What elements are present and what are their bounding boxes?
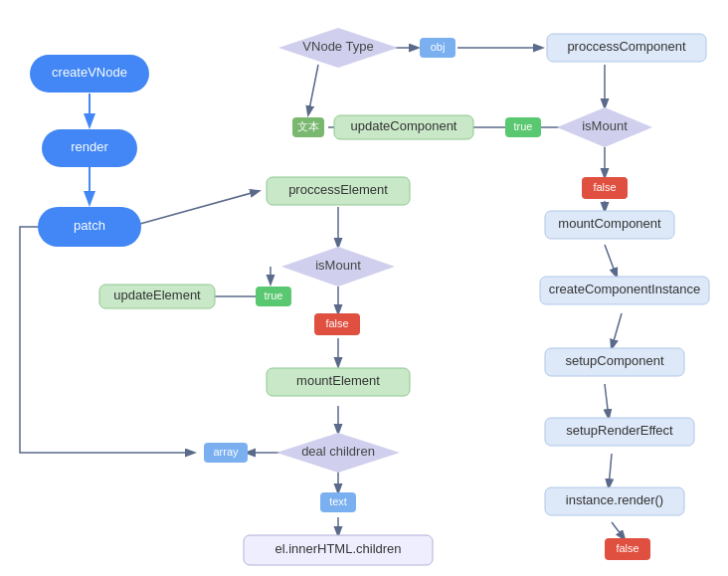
true-comp-label: true xyxy=(514,120,533,132)
svg-line-23 xyxy=(612,313,622,348)
wenben-label: 文本 xyxy=(297,120,319,132)
array-label: array xyxy=(213,446,239,458)
true2-label: true xyxy=(265,289,283,301)
isMount1-label: isMount xyxy=(582,118,628,133)
dealChildren-label: deal children xyxy=(301,444,375,459)
createComponentInstance-label: createComponentInstance xyxy=(549,282,700,296)
svg-line-26 xyxy=(612,522,625,539)
render-label: render xyxy=(71,139,108,154)
isMount2-label: isMount xyxy=(315,258,361,273)
elInnerHTML-label: el.innerHTML.children xyxy=(274,541,401,556)
mountComponent-label: mountComponent xyxy=(558,216,661,231)
createVNode-label: createVNode xyxy=(52,65,127,80)
falseBottom-label: false xyxy=(616,542,638,554)
diagram: createVNode render patch VNode Type obj … xyxy=(0,0,728,576)
svg-line-24 xyxy=(605,384,609,418)
instanceRender-label: instance.render() xyxy=(566,492,663,507)
svg-line-22 xyxy=(605,245,617,277)
svg-line-2 xyxy=(129,191,259,227)
text-badge-label: text xyxy=(329,495,347,507)
obj-label: obj xyxy=(431,41,446,53)
setupComponent-label: setupComponent xyxy=(565,353,663,368)
setupRenderEffect-label: setupRenderEffect xyxy=(566,423,673,438)
proccessComponent-label: proccessComponent xyxy=(567,39,686,54)
updateComponent-label: updateComponent xyxy=(351,118,457,133)
patch-label: patch xyxy=(74,218,105,233)
vnodeType-label: VNode Type xyxy=(302,39,373,54)
svg-line-25 xyxy=(609,454,612,487)
svg-line-5 xyxy=(308,65,318,114)
mountElement-label: mountElement xyxy=(296,373,380,388)
false2-label: false xyxy=(325,317,348,329)
updateElement-label: updateElement xyxy=(113,288,201,302)
false1-label: false xyxy=(593,181,616,193)
proccessElement-label: proccessElement xyxy=(288,182,388,197)
